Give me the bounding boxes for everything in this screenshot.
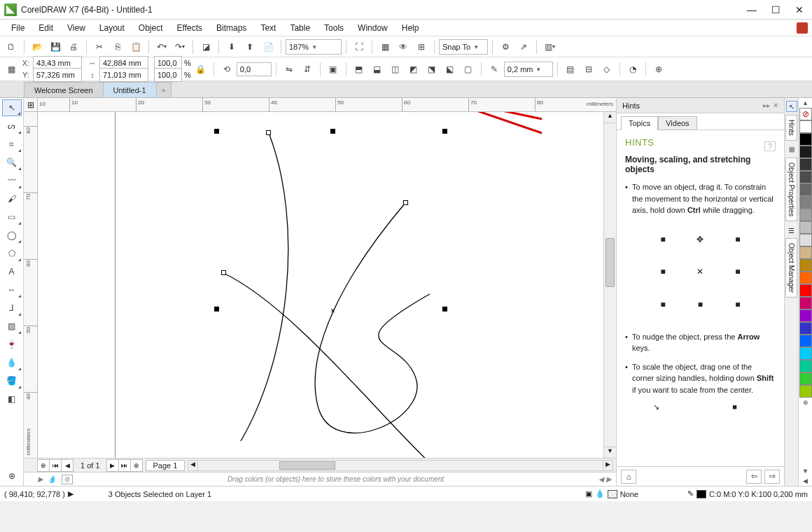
show-grid-button[interactable]: 👁 — [395, 38, 412, 55]
color-swatch[interactable] — [799, 196, 812, 209]
menu-file[interactable]: File — [4, 21, 31, 35]
weld-button[interactable]: ⬒ — [351, 61, 368, 78]
import-button[interactable]: ⬇ — [223, 38, 240, 55]
paste-button[interactable]: 📋 — [127, 38, 144, 55]
undo-button[interactable]: ↶▾ — [153, 38, 170, 55]
last-page-button[interactable]: ⏭ — [118, 459, 131, 472]
curve-node[interactable] — [266, 130, 271, 135]
no-fill-swatch[interactable]: ⊘ — [799, 108, 812, 120]
mirror-h-button[interactable]: ⇋ — [281, 61, 298, 78]
selection-handle[interactable] — [442, 307, 447, 312]
color-swatch[interactable] — [799, 158, 812, 171]
mirror-v-button[interactable]: ⇵ — [299, 61, 316, 78]
selection-handle[interactable] — [214, 307, 219, 312]
vertical-scroll-thumb[interactable] — [606, 238, 615, 287]
smart-fill-tool[interactable]: ◧ — [2, 391, 22, 407]
rotation-field[interactable]: 0,0 — [237, 62, 272, 76]
app-launcher-button[interactable]: ▥▾ — [541, 38, 558, 55]
color-swatch[interactable] — [799, 347, 812, 360]
zoom-tool[interactable]: 🔍 — [2, 154, 22, 171]
menu-edit[interactable]: Edit — [31, 21, 60, 35]
quick-customize-button[interactable]: ⊕ — [650, 61, 667, 78]
color-swatch[interactable] — [799, 297, 812, 309]
menu-text[interactable]: Text — [253, 21, 283, 35]
color-swatch[interactable] — [799, 183, 812, 196]
tab-untitled-1[interactable]: Untitled-1 — [103, 82, 157, 97]
vertical-ruler[interactable]: millimeters 8070605040 — [24, 112, 38, 458]
outline-swatch[interactable] — [696, 490, 706, 498]
color-swatch[interactable] — [799, 272, 812, 284]
docker-collapse-icon[interactable]: ▸▸ — [763, 102, 770, 109]
y-position-field[interactable]: 57,326 mm — [33, 68, 82, 82]
new-button[interactable]: 🗋 — [3, 38, 20, 55]
docker-title-bar[interactable]: Hints ▸▸✕ — [617, 98, 784, 113]
menu-view[interactable]: View — [60, 21, 92, 35]
hints-back-button[interactable]: ⇦ — [746, 470, 762, 484]
fill-swatch[interactable] — [608, 490, 617, 498]
color-swatch[interactable] — [799, 372, 812, 385]
show-guidelines-button[interactable]: ⊞ — [413, 38, 430, 55]
cut-button[interactable]: ✂ — [91, 38, 108, 55]
docker-tab-hints[interactable]: Hints — [785, 115, 797, 141]
ellipse-tool[interactable]: ◯ — [2, 227, 22, 244]
parallel-dimension-tool[interactable]: ↔ — [2, 281, 22, 298]
drawing-canvas[interactable]: × — [38, 112, 603, 458]
full-screen-button[interactable]: ⛶ — [351, 38, 368, 55]
color-swatch[interactable] — [799, 246, 812, 259]
page-tab[interactable]: Page 1 — [146, 460, 186, 471]
shape-tool[interactable]: ᔕ — [2, 118, 22, 134]
rectangle-tool[interactable]: ▭ — [2, 209, 22, 225]
tab-welcome-screen[interactable]: Welcome Screen — [24, 82, 104, 97]
selection-handle[interactable] — [442, 129, 447, 134]
outline-width-combo[interactable]: 0,2 mm▾ — [504, 62, 553, 77]
docker-close-icon[interactable]: ✕ — [773, 102, 778, 109]
pick-tool[interactable]: ↖ — [2, 99, 22, 116]
color-eyedropper-tool[interactable]: 💧 — [2, 354, 22, 371]
convert-curves-button[interactable]: ◇ — [598, 61, 615, 78]
to-front-button[interactable]: ▣ — [325, 61, 342, 78]
height-field[interactable]: 71,013 mm — [99, 68, 148, 82]
connector-tool[interactable]: ⅃ — [2, 300, 22, 316]
simplify-button[interactable]: ◩ — [405, 61, 422, 78]
hints-forward-button[interactable]: ⇨ — [764, 470, 780, 484]
launch-button[interactable]: ⇗ — [515, 38, 532, 55]
hints-tab-videos[interactable]: Videos — [658, 116, 696, 130]
color-swatch[interactable] — [799, 234, 812, 246]
menu-window[interactable]: Window — [351, 21, 395, 35]
first-page-button[interactable]: ⏮ — [49, 459, 62, 472]
docker-tab-object-properties[interactable]: Object Properties — [785, 158, 797, 221]
menu-effects[interactable]: Effects — [170, 21, 209, 35]
curve-node[interactable] — [403, 200, 408, 205]
vertical-scrollbar[interactable]: ▲ ▼ — [603, 112, 616, 458]
boundary-button[interactable]: ▢ — [460, 61, 477, 78]
play-icon[interactable]: ▶ — [68, 489, 74, 498]
copy-button[interactable]: ⎘ — [109, 38, 126, 55]
hints-home-button[interactable]: ⌂ — [621, 470, 636, 484]
add-page-button[interactable]: ⊕ — [37, 459, 50, 472]
color-swatch[interactable] — [799, 221, 812, 234]
horizontal-ruler[interactable]: 10 millimeters 1020304050607080 — [38, 98, 616, 112]
snap-to-combo[interactable]: Snap To▾ — [439, 39, 488, 55]
color-swatch[interactable] — [799, 209, 812, 221]
trim-button[interactable]: ⬓ — [369, 61, 386, 78]
outline-indicator-icon[interactable]: ✎ — [687, 489, 694, 498]
close-window-button[interactable]: ✕ — [791, 3, 808, 17]
intersect-button[interactable]: ◫ — [387, 61, 404, 78]
publish-pdf-button[interactable]: 📄 — [260, 38, 276, 55]
export-button[interactable]: ⬆ — [241, 38, 258, 55]
palette-scroll-down[interactable]: ▼ — [799, 466, 812, 476]
object-origin-icon[interactable]: ▦ — [3, 61, 20, 78]
tab-add-document[interactable]: + — [156, 82, 172, 97]
redo-button[interactable]: ↷▾ — [172, 38, 188, 55]
quick-customize-toolbox[interactable]: ⊕ — [2, 468, 22, 484]
wrap-text-button[interactable]: ▤ — [562, 61, 579, 78]
color-swatch[interactable] — [799, 309, 812, 322]
minimize-button[interactable]: — — [743, 3, 760, 17]
menu-object[interactable]: Object — [132, 21, 170, 35]
lock-ratio-button[interactable]: 🔒 — [192, 61, 209, 78]
hints-tab-topics[interactable]: Topics — [621, 116, 658, 130]
color-swatch[interactable] — [799, 284, 812, 297]
print-button[interactable]: 🖨 — [65, 38, 82, 55]
menu-help[interactable]: Help — [395, 21, 426, 35]
horizontal-scroll-thumb[interactable] — [279, 461, 335, 470]
